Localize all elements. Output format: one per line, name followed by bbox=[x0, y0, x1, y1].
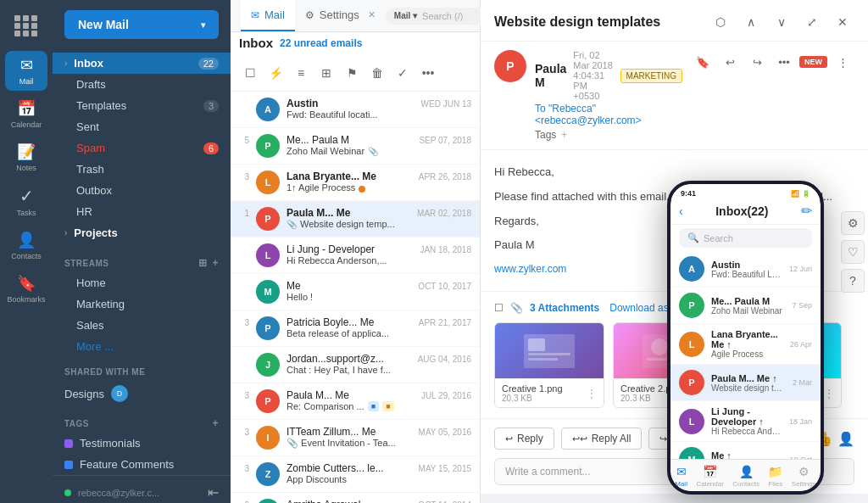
phone-mail-item[interactable]: P Me... Paula M Zoho Mail Webinar 7 Sep bbox=[670, 288, 821, 324]
search-input[interactable]: Search (/) bbox=[422, 11, 463, 21]
prev-mail-button[interactable]: ∧ bbox=[739, 10, 763, 34]
phone-mail-item[interactable]: M Me ↑ Hello ! 10 Oct bbox=[670, 442, 821, 459]
phone-mail-item[interactable]: L Li Jung - Developer ↑ Hi Rebecca Ander… bbox=[670, 401, 821, 442]
help-button[interactable]: ? bbox=[841, 269, 865, 293]
phone-back-button[interactable]: ‹ bbox=[679, 204, 683, 218]
phone-mail-item[interactable]: P Paula M... Me ↑ Website design templat… bbox=[670, 365, 821, 401]
phone-mail-item[interactable]: L Lana Bryante... Me ↑ Agile Process 26 … bbox=[670, 324, 821, 365]
sidebar-item-templates[interactable]: Templates 3 bbox=[53, 95, 231, 116]
sidebar-nav: › Inbox 22 Drafts Templates 3 Sent Spam … bbox=[53, 49, 231, 247]
forward-action-button[interactable]: ↪ bbox=[745, 50, 769, 74]
phone-edit-button[interactable]: ✏ bbox=[801, 203, 812, 219]
sidebar-item-outbox[interactable]: Outbox bbox=[53, 180, 231, 201]
sidebar-item-contacts[interactable]: 👤 Contacts bbox=[5, 226, 47, 265]
sidebar-item-tasks[interactable]: ✓ Tasks bbox=[5, 181, 47, 222]
avatar: P bbox=[256, 207, 280, 231]
checkbox-button[interactable]: ☐ bbox=[239, 62, 261, 84]
columns-button[interactable]: ⊞ bbox=[315, 62, 337, 84]
reply-all-button[interactable]: ↩↩ Reply All bbox=[561, 428, 643, 450]
phone-contacts-icon: 👤 bbox=[739, 465, 754, 478]
mail-item[interactable]: 3 Z Zombie Cutters... le... MAY 15, 2015… bbox=[231, 456, 480, 493]
attachment-creative1[interactable]: Creative 1.png 20.3 KB ⋮ bbox=[494, 322, 604, 408]
heart-button[interactable]: ♡ bbox=[841, 240, 865, 264]
bookmark-button[interactable]: 🔖 bbox=[691, 50, 715, 74]
close-mail-button[interactable]: ✕ bbox=[831, 10, 854, 34]
tag-feature-comments[interactable]: Feature Comments bbox=[53, 454, 231, 475]
sidebar-item-projects[interactable]: › Projects bbox=[53, 222, 231, 243]
popout-button[interactable]: ⬡ bbox=[709, 10, 732, 34]
sidebar-item-inbox[interactable]: › Inbox 22 bbox=[53, 53, 231, 74]
mail-item[interactable]: A Austin WED JUN 13 Fwd: Beautiful locat… bbox=[231, 92, 480, 128]
sidebar-item-spam[interactable]: Spam 6 bbox=[53, 137, 231, 159]
sidebar-item-hr[interactable]: HR bbox=[53, 201, 231, 222]
new-mail-button[interactable]: New Mail ▾ bbox=[64, 10, 219, 39]
phone-nav-settings[interactable]: ⚙ Settings bbox=[792, 465, 816, 488]
add-tag-icon[interactable]: + bbox=[561, 129, 567, 141]
mail-item[interactable]: 3 P Patricia Boyle... Me APR 21, 2017 Be… bbox=[231, 310, 480, 347]
sidebar-item-sales[interactable]: Sales bbox=[53, 315, 231, 336]
person-emoji[interactable]: 👤 bbox=[837, 431, 854, 447]
detail-more-button[interactable]: ⋮ bbox=[831, 50, 854, 74]
sidebar-item-designs[interactable]: Designs D bbox=[53, 380, 231, 407]
sidebar-item-bookmarks[interactable]: 🔖 Bookmarks bbox=[5, 269, 47, 309]
sidebar-item-more[interactable]: More ... bbox=[53, 336, 231, 357]
delete-button[interactable]: 🗑 bbox=[366, 62, 388, 84]
group-button[interactable]: ≡ bbox=[290, 62, 312, 84]
sidebar-collapse-button[interactable]: ⇤ bbox=[208, 484, 219, 500]
mail-item[interactable]: 3 L Lana Bryante... Me APR 26, 2018 1↑ A… bbox=[231, 165, 480, 201]
mail-item[interactable]: J Jordan...support@z... AUG 04, 2016 Cha… bbox=[231, 347, 480, 383]
streams-add-icon[interactable]: + bbox=[212, 257, 219, 269]
expand-button[interactable]: ⤢ bbox=[800, 10, 824, 34]
sender-row: P Paula M Fri, 02 Mar 2018 4:04:31 PM +0… bbox=[481, 42, 868, 150]
sidebar-item-drafts[interactable]: Drafts bbox=[53, 74, 231, 95]
apps-grid-button[interactable] bbox=[11, 10, 42, 41]
streams-section: STREAMS ⊞ + bbox=[53, 247, 231, 272]
sidebar-item-sent[interactable]: Sent bbox=[53, 116, 231, 137]
flag-button[interactable]: ⚑ bbox=[341, 62, 363, 84]
mail-item[interactable]: 3 I ITTeam Zillum... Me MAY 05, 2016 📎 E… bbox=[231, 420, 480, 456]
more-actions-button[interactable]: ••• bbox=[772, 50, 796, 74]
phone-mail-item[interactable]: A Austin Fwd: Beautiful Locations 12 Jun bbox=[670, 251, 821, 288]
phone-nav-contacts[interactable]: 👤 Contacts bbox=[732, 465, 760, 488]
phone-nav-calendar[interactable]: 📅 Calendar bbox=[696, 465, 723, 488]
search-scope[interactable]: Mail ▾ bbox=[394, 11, 417, 20]
mail-item[interactable]: M Me OCT 10, 2017 Hello ! bbox=[231, 274, 480, 310]
sidebar-item-trash[interactable]: Trash bbox=[53, 159, 231, 180]
tab-mail[interactable]: ✉ Mail bbox=[241, 0, 295, 31]
sidebar-item-home[interactable]: Home bbox=[53, 272, 231, 293]
sidebar-item-marketing[interactable]: Marketing bbox=[53, 293, 231, 315]
mail-item[interactable]: L Li Jung - Developer JAN 18, 2018 Hi Re… bbox=[231, 238, 480, 274]
attachment-more-icon[interactable]: ⋮ bbox=[587, 388, 597, 400]
mail-item[interactable]: 5 P Me... Paula M SEP 07, 2018 Zoho Mail… bbox=[231, 128, 480, 165]
check-button[interactable]: ✓ bbox=[392, 62, 414, 84]
settings-button[interactable]: ⚙ bbox=[841, 211, 865, 235]
tab-settings[interactable]: ⚙ Settings ✕ bbox=[295, 0, 386, 31]
right-panel-actions: ⚙ ♡ ? bbox=[841, 211, 865, 293]
bookmarks-icon: 🔖 bbox=[17, 274, 36, 293]
next-mail-button[interactable]: ∨ bbox=[770, 10, 793, 34]
tab-close-icon[interactable]: ✕ bbox=[368, 9, 376, 20]
mail-item[interactable]: 1 P Paula M... Me MAR 02, 2018 📎Website … bbox=[231, 201, 480, 238]
sidebar-item-calendar[interactable]: 📅 Calendar bbox=[5, 94, 47, 134]
reply-button[interactable]: ↩ Reply bbox=[494, 428, 554, 450]
streams-feed-icon[interactable]: ⊞ bbox=[198, 257, 208, 269]
avatar: I bbox=[256, 426, 280, 450]
more-button[interactable]: ••• bbox=[417, 62, 439, 84]
attachment-more-icon[interactable]: ⋮ bbox=[824, 388, 834, 400]
filter-button[interactable]: ⚡ bbox=[264, 62, 287, 84]
tags-add-icon[interactable]: + bbox=[212, 417, 219, 429]
sidebar-item-notes[interactable]: 📝 Notes bbox=[5, 137, 47, 177]
tab-bar: ✉ Mail ⚙ Settings ✕ Mail ▾ Search (/) 🔔 … bbox=[231, 0, 480, 32]
phone-nav-mail[interactable]: ✉ Mail bbox=[675, 465, 687, 488]
phone-mail-list: A Austin Fwd: Beautiful Locations 12 Jun… bbox=[670, 251, 821, 459]
phone-nav-files[interactable]: 📁 Files bbox=[768, 465, 782, 488]
sidebar-item-mail[interactable]: ✉ Mail bbox=[5, 51, 47, 91]
phone-mail-icon: ✉ bbox=[676, 465, 687, 478]
mail-item[interactable]: 6 A Amritha Agrawal... OCT 11, 2014 Blog… bbox=[231, 493, 480, 503]
phone-search[interactable]: 🔍 Search bbox=[679, 228, 812, 248]
sidebar-bottom: rebecca@zylker.c... ⇤ bbox=[53, 475, 231, 503]
reply-action-button[interactable]: ↩ bbox=[718, 50, 742, 74]
tag-testimonials[interactable]: Testimonials bbox=[53, 433, 231, 454]
avatar: L bbox=[256, 170, 280, 194]
mail-item[interactable]: 3 P Paula M... Me JUL 29, 2016 Re: Compa… bbox=[231, 383, 480, 420]
